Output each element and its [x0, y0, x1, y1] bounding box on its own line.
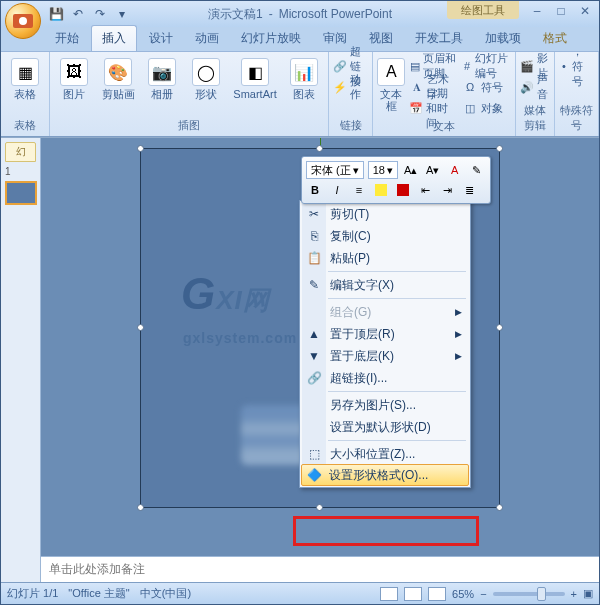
- shapes-button[interactable]: ◯形状: [186, 56, 226, 100]
- tab-review[interactable]: 审阅: [313, 26, 357, 51]
- office-button[interactable]: [5, 3, 41, 39]
- resize-handle-nw[interactable]: [137, 145, 144, 152]
- qat-redo-icon[interactable]: ↷: [91, 5, 109, 23]
- edit-text-icon: ✎: [306, 277, 322, 293]
- shrink-font-icon[interactable]: A▾: [424, 161, 442, 179]
- object-button[interactable]: ◫对象: [462, 98, 511, 118]
- tab-developer[interactable]: 开发工具: [405, 26, 473, 51]
- clipart-button[interactable]: 🎨剪贴画: [98, 56, 138, 100]
- resize-handle-w[interactable]: [137, 324, 144, 331]
- font-color-a-icon[interactable]: A: [446, 161, 464, 179]
- qat-save-icon[interactable]: 💾: [47, 5, 65, 23]
- tab-home[interactable]: 开始: [45, 26, 89, 51]
- slide-editor: GXI网 gxlsystem.com 宋体 (正▾ 18▾ A▴ A▾ A ✎: [41, 138, 599, 582]
- tab-design[interactable]: 设计: [139, 26, 183, 51]
- normal-view-button[interactable]: [380, 587, 398, 601]
- bullets-icon[interactable]: ≣: [460, 181, 478, 199]
- sorter-view-button[interactable]: [404, 587, 422, 601]
- qat-undo-icon[interactable]: ↶: [69, 5, 87, 23]
- font-select[interactable]: 宋体 (正▾: [306, 161, 364, 179]
- notes-placeholder: 单击此处添加备注: [49, 562, 145, 576]
- fit-view-icon[interactable]: ▣: [583, 587, 593, 600]
- grow-font-icon[interactable]: A▴: [402, 161, 420, 179]
- increase-indent-icon[interactable]: ⇥: [438, 181, 456, 199]
- smartart-button[interactable]: ◧SmartArt: [230, 56, 280, 100]
- mini-toolbar: 宋体 (正▾ 18▾ A▴ A▾ A ✎ B I ≡ ⇤ ⇥: [301, 156, 491, 204]
- ctx-size-position[interactable]: ⬚大小和位置(Z)...: [302, 443, 468, 465]
- symbol-icon: Ω: [462, 79, 478, 95]
- font-color-button[interactable]: [394, 181, 412, 199]
- ctx-set-default[interactable]: 设置为默认形状(D): [302, 416, 468, 438]
- slidenum-icon: #: [462, 58, 472, 74]
- maximize-button[interactable]: □: [551, 3, 571, 19]
- ctx-cut[interactable]: ✂剪切(T): [302, 203, 468, 225]
- notes-pane[interactable]: 单击此处添加备注: [41, 556, 599, 582]
- ctx-format-shape[interactable]: 🔷设置形状格式(O)...: [301, 464, 469, 486]
- tab-slideshow[interactable]: 幻灯片放映: [231, 26, 311, 51]
- slidenum-button[interactable]: #幻灯片编号: [462, 56, 511, 76]
- album-icon: 📷: [148, 58, 176, 86]
- group-tables-label: 表格: [5, 117, 45, 134]
- chart-button[interactable]: 📊图表: [284, 56, 324, 100]
- ctx-copy[interactable]: ⎘复制(C): [302, 225, 468, 247]
- bold-button[interactable]: B: [306, 181, 324, 199]
- resize-handle-se[interactable]: [496, 504, 503, 511]
- special-symbol-button[interactable]: •，符号: [559, 56, 594, 76]
- format-painter-icon[interactable]: ✎: [468, 161, 486, 179]
- slide-area[interactable]: GXI网 gxlsystem.com 宋体 (正▾ 18▾ A▴ A▾ A ✎: [41, 138, 599, 556]
- italic-button[interactable]: I: [328, 181, 346, 199]
- table-button[interactable]: ▦表格: [5, 56, 45, 100]
- resize-handle-s[interactable]: [316, 504, 323, 511]
- status-slide: 幻灯片 1/1: [7, 586, 58, 601]
- format-shape-icon: 🔷: [306, 467, 322, 483]
- ctx-send-back[interactable]: ▼置于底层(K)▶: [302, 345, 468, 367]
- zoom-out-icon[interactable]: −: [480, 588, 486, 600]
- symbol-button[interactable]: Ω符号: [462, 77, 511, 97]
- resize-handle-sw[interactable]: [137, 504, 144, 511]
- qat-dropdown-icon[interactable]: ▾: [113, 5, 131, 23]
- ribbon-tabs: 开始 插入 设计 动画 幻灯片放映 审阅 视图 开发工具 加载项 格式: [1, 27, 599, 51]
- resize-handle-n[interactable]: [316, 145, 323, 152]
- ribbon: ▦表格 表格 🖼图片 🎨剪贴画 📷相册 ◯形状 ◧SmartArt 📊图表 插图…: [1, 51, 599, 137]
- ctx-save-as-pic[interactable]: 另存为图片(S)...: [302, 394, 468, 416]
- highlight-button[interactable]: [372, 181, 390, 199]
- ctx-edit-text[interactable]: ✎编辑文字(X): [302, 274, 468, 296]
- resize-handle-ne[interactable]: [496, 145, 503, 152]
- zoom-in-icon[interactable]: +: [571, 588, 577, 600]
- tab-view[interactable]: 视图: [359, 26, 403, 51]
- textbox-icon: A: [377, 58, 405, 86]
- album-button[interactable]: 📷相册: [142, 56, 182, 100]
- status-theme: "Office 主题": [68, 586, 129, 601]
- textbox-button[interactable]: A文本框: [377, 56, 405, 112]
- tab-animation[interactable]: 动画: [185, 26, 229, 51]
- action-button[interactable]: ⚡动作: [333, 77, 368, 97]
- tab-insert[interactable]: 插入: [91, 25, 137, 51]
- resize-handle-e[interactable]: [496, 324, 503, 331]
- size-icon: ⬚: [306, 446, 322, 462]
- decrease-indent-icon[interactable]: ⇤: [416, 181, 434, 199]
- zoom-slider[interactable]: [493, 592, 565, 596]
- ctx-hyperlink[interactable]: 🔗超链接(I)...: [302, 367, 468, 389]
- group-special-label: 特殊符号: [559, 102, 594, 134]
- window-title: 演示文稿1 - Microsoft PowerPoint: [208, 6, 392, 23]
- picture-button[interactable]: 🖼图片: [54, 56, 94, 100]
- group-illus-label: 插图: [54, 117, 324, 134]
- ctx-paste[interactable]: 📋粘贴(P): [302, 247, 468, 269]
- close-button[interactable]: ✕: [575, 3, 595, 19]
- slideshow-view-button[interactable]: [428, 587, 446, 601]
- tab-addins[interactable]: 加载项: [475, 26, 531, 51]
- minimize-button[interactable]: –: [527, 3, 547, 19]
- clipart-icon: 🎨: [104, 58, 132, 86]
- shapes-icon: ◯: [192, 58, 220, 86]
- tab-format[interactable]: 格式: [533, 26, 577, 51]
- ctx-bring-front[interactable]: ▲置于顶层(R)▶: [302, 323, 468, 345]
- datetime-button[interactable]: 📅日期和时间: [409, 98, 458, 118]
- fontsize-select[interactable]: 18▾: [368, 161, 398, 179]
- zoom-value: 65%: [452, 588, 474, 600]
- link-icon: 🔗: [306, 370, 322, 386]
- slide-thumbnail[interactable]: [5, 181, 37, 205]
- sound-button[interactable]: 🔊声音: [520, 77, 550, 97]
- nav-tab[interactable]: 幻: [5, 142, 36, 162]
- group-links: 🔗超链接 ⚡动作 链接: [329, 52, 373, 136]
- align-button[interactable]: ≡: [350, 181, 368, 199]
